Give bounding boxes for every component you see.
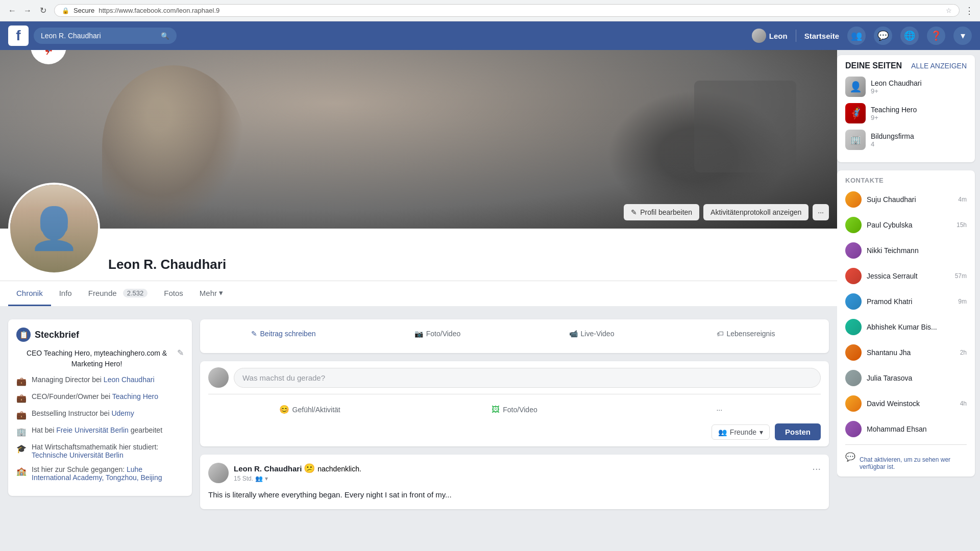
tab-mehr[interactable]: Mehr ▾ [191,281,231,306]
reload-button[interactable]: ↻ [37,5,49,17]
luhe-academy-link[interactable]: Luhe International Academy, Tongzhou, Be… [32,465,162,482]
kontakte-section: KONTAKTE Suju Chaudhari 4m Paul Cybulska… [837,170,975,477]
browser-chrome: ← → ↻ 🔒 Secure https://www.facebook.com/… [0,0,980,21]
browser-nav-buttons: ← → ↻ [6,5,49,17]
bio-text: CEO Teaching Hero, myteachinghero.com & … [16,348,177,369]
udemy-link[interactable]: Udemy [111,409,134,417]
tab-chronik[interactable]: Chronik [8,281,51,306]
forward-button[interactable]: → [21,5,34,17]
contact-nikki[interactable]: Nikki Teichmann [845,240,967,261]
leon-chaudhari-link[interactable]: Leon Chaudhari [104,375,155,384]
startseite-link[interactable]: Startseite [804,32,839,40]
star-icon[interactable]: ☆ [946,7,952,14]
back-button[interactable]: ← [6,5,18,17]
profile-name: Leon R. Chaudhari [108,257,226,272]
live-video-button[interactable]: 📹 Live-Video [517,325,667,342]
help-icon-button[interactable]: ❓ [927,27,945,45]
alle-anzeigen-link[interactable]: ALLE ANZEIGEN [911,62,967,70]
contact-david[interactable]: David Weinstock 4h [845,393,967,414]
post-author-link[interactable]: Leon R. Chaudhari [234,464,302,473]
contact-julia[interactable]: Julia Tarasova [845,368,967,388]
more-actions-button[interactable]: ··· [618,402,821,418]
friends-icon-button[interactable]: 👥 [847,27,866,45]
freie-uni-link[interactable]: Freie Universität Berlin [56,426,129,434]
secure-icon: 🔒 [62,7,69,14]
david-avatar [845,395,862,412]
bildungsfirma-avatar: 🏢 [845,130,866,150]
contact-paul[interactable]: Paul Cybulska 15h [845,215,967,235]
info-studied: 🎓 Hat Wirtschaftsmathematik hier studier… [16,443,184,459]
profile-picture[interactable]: 👤 [8,183,100,274]
tab-fotos[interactable]: Fotos [156,281,191,306]
paul-avatar [845,217,862,233]
contact-suju[interactable]: Suju Chaudhari 4m [845,189,967,210]
search-button[interactable]: 🔍 [161,32,169,40]
activity-log-button[interactable]: Aktivitätenprotokoll anzeigen [703,204,808,220]
profile-tabs: Chronik Info Freunde 2.532 Fotos Mehr ▾ [0,281,837,306]
composer-avatar [208,367,229,388]
tu-berlin-link[interactable]: Technische Universität Berlin [32,451,124,459]
jessica-avatar [845,268,862,284]
dropdown-icon-button[interactable]: ▾ [953,27,972,45]
page-item-bildungsfirma[interactable]: 🏢 Bildungsfirma 4 [845,130,967,150]
post-text: This is literally where everything began… [208,489,821,501]
contact-jessica[interactable]: Jessica Serrault 57m [845,266,967,286]
cover-person-blur [102,65,245,229]
life-event-button[interactable]: 🏷 Lebensereignis [671,325,821,342]
jessica-name: Jessica Serrault [867,272,918,280]
contact-shantanu[interactable]: Shantanu Jha 2h [845,342,967,363]
photo-video-composer-button[interactable]: 🖼 Foto/Video [413,401,616,418]
paul-name: Paul Cybulska [867,221,913,229]
photo-video-button[interactable]: 📷 Foto/Video [362,325,512,342]
post-options-button[interactable]: ··· [812,463,821,474]
browser-actions: ⋮ [965,5,974,16]
audience-selector[interactable]: 👥 Freunde ▾ [712,424,770,440]
contact-mohammad[interactable]: Mohammad Ehsan [845,419,967,439]
profile-bottom: 👤 Leon R. Chaudhari [0,229,837,281]
deine-seiten-section: DEINE SEITEN ALLE ANZEIGEN 👤 Leon Chaudh… [837,55,975,162]
page-item-leon[interactable]: 👤 Leon Chaudhari 9+ [845,77,967,97]
post-toolbar-card: ✎ Beitrag schreiben 📷 Foto/Video 📹 Live-… [200,319,829,353]
paul-time: 15h [957,221,967,229]
bookmark-icon[interactable]: ⋮ [965,5,974,16]
shantanu-time: 2h [960,349,967,356]
tab-freunde[interactable]: Freunde 2.532 [80,281,156,306]
contact-pramod[interactable]: Pramod Khatri 9m [845,291,967,312]
write-post-button[interactable]: ✎ Beitrag schreiben [208,325,358,342]
facebook-header: f 🔍 Leon Startseite 👥 💬 🌐 ❓ ▾ [0,21,980,50]
briefcase-icon-1: 💼 [16,376,27,386]
address-url: https://www.facebook.com/leon.raphael.9 [99,7,942,14]
more-options-button[interactable]: ··· [813,204,829,220]
profile-name-area: Leon R. Chaudhari [100,257,234,274]
left-column: 📋 Steckbrief CEO Teaching Hero, myteachi… [8,319,192,517]
search-input[interactable] [41,32,158,40]
contact-abhishek[interactable]: Abhishek Kumar Bis... [845,317,967,337]
feeling-activity-button[interactable]: 😊 Gefühl/Aktivität [208,400,411,418]
page-item-teaching-hero[interactable]: 🦸 Teaching Hero 9+ [845,103,967,123]
content-row: 📋 Steckbrief CEO Teaching Hero, myteachi… [0,311,837,525]
messenger-icon-button[interactable]: 💬 [874,27,892,45]
school-icon: 🏫 [16,466,27,476]
address-bar[interactable]: 🔒 Secure https://www.facebook.com/leon.r… [54,4,960,17]
search-bar[interactable]: 🔍 [34,28,177,44]
post-button[interactable]: Posten [775,423,821,440]
tab-info[interactable]: Info [51,281,80,306]
bio-edit-icon[interactable]: ✎ [177,348,184,358]
bildungsfirma-badge: 4 [871,140,914,148]
teaching-hero-link[interactable]: Teaching Hero [112,392,158,400]
cover-section: 🦸 ✎ Profil bearbeiten Aktivitätenprotoko… [0,50,837,306]
chat-activate-text[interactable]: Chat aktivieren, um zu sehen wer verfügb… [860,456,967,470]
post-audience-dropdown[interactable]: ▾ [265,475,268,482]
suju-time: 4m [958,196,967,203]
globe-icon-button[interactable]: 🌐 [900,27,919,45]
edit-profile-button[interactable]: ✎ Profil bearbeiten [624,204,699,220]
composer-input[interactable]: Was machst du gerade? [234,368,821,388]
nikki-name: Nikki Teichmann [867,246,919,255]
composer-card: Was machst du gerade? 😊 Gefühl/Aktivität… [200,361,829,446]
info-instructor: 💼 Bestselling Instructor bei Udemy [16,409,184,420]
bildungsfirma-name: Bildungsfirma [871,132,914,140]
profile-pic-image: 👤 [10,185,98,272]
user-profile-link[interactable]: Leon [752,29,788,43]
mohammad-avatar [845,421,862,437]
user-name: Leon [769,32,788,40]
